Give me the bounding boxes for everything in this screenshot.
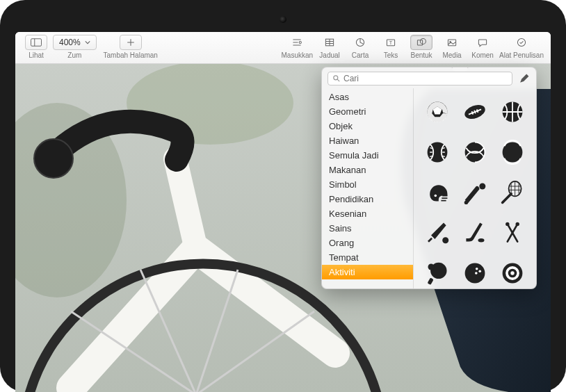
shape-button[interactable]: Bentuk (407, 35, 435, 59)
bowling-ball-icon (462, 261, 487, 286)
shape-category-item[interactable]: Makanan (322, 163, 413, 177)
plus-icon (124, 37, 137, 48)
shape-basketball[interactable] (496, 94, 529, 130)
basketball-icon (500, 99, 525, 124)
zoom-value: 400% (59, 38, 81, 47)
authoring-button[interactable]: Alat Penulisan (499, 35, 544, 59)
comment-button[interactable]: Komen (469, 35, 496, 59)
shape-category-item[interactable]: Aktiviti (322, 265, 413, 279)
add-page-label: Tambah Halaman (104, 51, 158, 59)
screen: Lihat 400% Zum Tambah Halaman (15, 32, 551, 392)
zoom-dropdown[interactable]: 400% Zum (53, 35, 97, 59)
shape-category-item[interactable]: Objek (322, 119, 413, 133)
shape-category-item[interactable]: Pendidikan (322, 192, 413, 206)
tennis-ball-icon (500, 140, 525, 165)
camera-dot (280, 16, 286, 23)
shape-label: Bentuk (410, 51, 432, 59)
svg-point-66 (428, 264, 435, 270)
shape-category-item[interactable]: Geometri (322, 104, 413, 119)
insert-label: Masukkan (281, 51, 313, 59)
view-label: Lihat (29, 51, 44, 59)
svg-point-74 (510, 271, 514, 275)
view-button[interactable]: Lihat (22, 35, 50, 59)
shapes-popover: AsasGeometriObjekHaiwanSemula JadiMakana… (321, 67, 537, 289)
soccer-ball-icon (425, 99, 450, 124)
svg-point-59 (478, 238, 485, 242)
shape-category-item[interactable]: Asas (322, 90, 413, 104)
text-icon: T (385, 37, 397, 48)
shape-dartboard[interactable] (496, 255, 529, 288)
svg-point-62 (506, 222, 509, 226)
shape-volleyball[interactable] (458, 134, 492, 170)
shape-icon (415, 37, 428, 48)
svg-line-43 (442, 148, 445, 149)
shape-tennis-ball[interactable] (496, 134, 529, 170)
toolbar: Lihat 400% Zum Tambah Halaman (15, 32, 551, 64)
search-icon (332, 74, 341, 83)
pen-icon (519, 73, 530, 84)
shape-category-item[interactable]: Kesenian (322, 206, 413, 221)
shape-category-item[interactable]: Semula Jadi (322, 148, 413, 163)
table-button[interactable]: Jadual (316, 35, 343, 59)
media-icon (446, 37, 458, 48)
chart-icon (354, 37, 366, 48)
tennis-racket-icon (500, 180, 525, 205)
sidebar-icon (30, 37, 42, 48)
svg-point-70 (475, 272, 478, 275)
shape-baseball-bat[interactable] (458, 174, 492, 211)
chart-button[interactable]: Carta (346, 35, 374, 59)
insert-icon (291, 37, 303, 48)
shape-category-item[interactable]: Haiwan (322, 133, 413, 148)
svg-point-69 (478, 270, 481, 273)
authoring-label: Alat Penulisan (499, 51, 544, 59)
svg-point-63 (516, 222, 519, 226)
shape-ski-poles[interactable] (496, 215, 529, 251)
chart-label: Carta (352, 51, 369, 59)
shape-category-item[interactable]: Simbol (322, 177, 413, 192)
shape-tennis-racket[interactable] (496, 174, 529, 211)
svg-line-30 (337, 79, 339, 81)
shape-category-item[interactable]: Sains (322, 221, 413, 236)
draw-shape-button[interactable] (518, 72, 531, 85)
authoring-icon (515, 37, 528, 48)
svg-rect-57 (428, 238, 432, 243)
shapes-search-field[interactable] (328, 72, 512, 85)
shape-ping-pong[interactable] (421, 255, 454, 288)
svg-point-48 (435, 195, 437, 197)
svg-point-49 (464, 201, 468, 204)
text-button[interactable]: T Teks (377, 35, 405, 59)
ping-pong-icon (425, 261, 450, 286)
svg-point-50 (479, 183, 485, 190)
shape-soccer-ball[interactable] (421, 94, 454, 130)
media-label: Media (442, 51, 461, 59)
shape-baseball[interactable] (421, 134, 454, 170)
svg-point-58 (442, 237, 448, 243)
comment-label: Komen (471, 51, 494, 59)
svg-point-68 (476, 268, 478, 270)
text-label: Teks (384, 51, 398, 59)
shape-american-football[interactable] (458, 94, 492, 130)
shape-football-helmet[interactable] (421, 174, 454, 211)
svg-point-16 (420, 38, 426, 44)
svg-line-42 (430, 156, 432, 156)
shape-cricket-bat[interactable] (421, 215, 454, 251)
shape-category-item[interactable]: Orang (322, 236, 413, 250)
shape-bowling-ball[interactable] (458, 255, 492, 288)
svg-line-40 (430, 148, 432, 149)
table-label: Jadual (319, 51, 339, 59)
shape-category-item[interactable]: Tempat (322, 250, 413, 265)
media-button[interactable]: Media (438, 35, 466, 59)
baseball-bat-icon (462, 180, 487, 205)
hockey-stick-icon (462, 220, 487, 245)
american-football-icon (462, 99, 487, 124)
comment-icon (476, 37, 489, 48)
shapes-search-input[interactable] (343, 74, 508, 83)
add-page-button[interactable]: Tambah Halaman (99, 35, 162, 59)
chevron-down-icon (85, 40, 90, 45)
svg-point-7 (299, 41, 301, 43)
football-helmet-icon (425, 180, 450, 205)
insert-button[interactable]: Masukkan (281, 35, 313, 59)
shape-hockey-stick[interactable] (458, 215, 492, 251)
cricket-bat-icon (425, 220, 450, 245)
svg-rect-65 (428, 277, 434, 284)
